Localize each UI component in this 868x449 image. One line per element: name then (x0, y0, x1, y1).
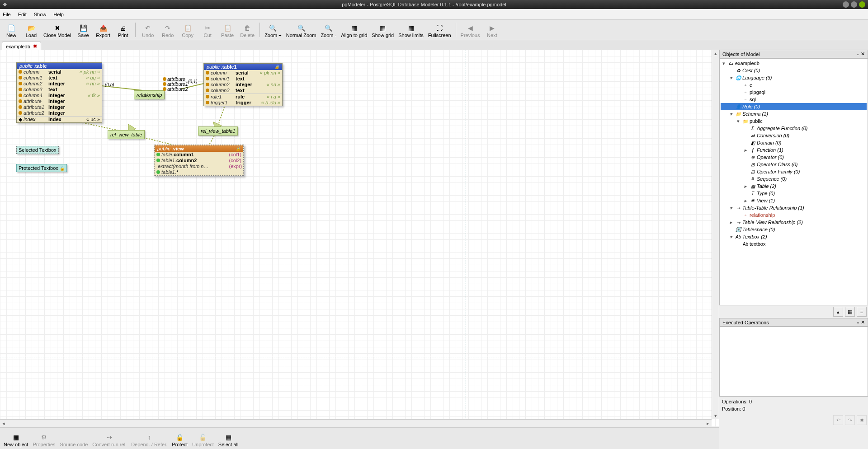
relationship-box[interactable]: relationship (134, 90, 165, 99)
close-window-icon[interactable] (859, 1, 865, 8)
cardinality-01: (0,1) (188, 79, 198, 84)
column-row: column2integer« nn » (204, 82, 282, 88)
expand-panel-icon[interactable]: ▫ (857, 320, 859, 325)
canvas[interactable]: public. table columnserial« pk nn »colum… (0, 50, 719, 426)
tree-item[interactable]: ◧Domain (0) (721, 139, 867, 146)
tree-item[interactable]: ♻Cast (0) (721, 67, 867, 74)
tree-collapse-button[interactable]: ▴ (833, 307, 843, 317)
tree-item[interactable]: ▾📁Schema (1) (721, 110, 867, 117)
select-all-button[interactable]: ▦Select all (217, 430, 241, 448)
zoom--button[interactable]: 🔍Zoom + (263, 21, 283, 39)
tree-item[interactable]: 👤Role (0) (721, 103, 867, 110)
rel-view-table1-label[interactable]: rel_view_table1 (198, 126, 238, 136)
model-tree[interactable]: ▾🗂exampledb♻Cast (0)▾🌐Language (3)▫c▫plp… (719, 58, 868, 305)
tree-item[interactable]: TType (0) (721, 190, 867, 197)
new-object-button[interactable]: ▦New object (2, 430, 30, 448)
tree-item[interactable]: ⊞Operator Class (0) (721, 161, 867, 168)
maximize-icon[interactable] (851, 1, 857, 8)
tree-item[interactable]: ▾⇢Table-Table Relationship (1) (721, 204, 867, 211)
show-grid-button[interactable]: ▦Show grid (370, 21, 396, 39)
close-panel-icon[interactable]: ✕ (861, 51, 865, 57)
tree-item[interactable]: 💽Tablespace (0) (721, 226, 867, 233)
zoom--button[interactable]: 🔍Zoom - (319, 21, 338, 39)
align-to-grid-button[interactable]: ▦Align to grid (339, 21, 369, 39)
horizontal-scrollbar[interactable]: ◂ ▸ (0, 419, 712, 426)
tree-expand-button[interactable]: ▦ (845, 307, 855, 317)
model-tab[interactable]: exampledb ✖ (2, 42, 41, 51)
tree-expand-icon[interactable]: ▾ (730, 205, 735, 211)
show-limits-button[interactable]: ▦Show limits (396, 21, 425, 39)
tree-expand-icon[interactable]: ▸ (744, 147, 750, 153)
tree-expand-icon[interactable]: ▾ (730, 75, 735, 81)
tree-item[interactable]: ▾AbTextbox (2) (721, 233, 867, 240)
column-row: column1text« uq » (17, 75, 102, 81)
ops-button-bar: ↶ ↷ ✖ (719, 414, 868, 426)
view-row: table1.* (155, 169, 243, 175)
minimize-icon[interactable] (843, 1, 849, 8)
normal-zoom-icon: 🔍 (297, 24, 305, 32)
tree-list-button[interactable]: ≡ (857, 307, 867, 317)
tree-expand-icon[interactable]: ▸ (744, 183, 750, 189)
expand-panel-icon[interactable]: ▫ (857, 51, 859, 57)
tree-item[interactable]: ▾📁public (721, 117, 867, 125)
tree-item[interactable]: #Sequence (0) (721, 175, 867, 182)
tree-item[interactable]: ΣAggregate Function (0) (721, 125, 867, 132)
column-row: rule1rule« i a » (204, 94, 282, 100)
tree-item[interactable]: ⊟Operator Family (0) (721, 168, 867, 175)
ops-redo-button: ↷ (845, 415, 855, 425)
tree-item[interactable]: ▸👁View (1) (721, 197, 867, 204)
tree-item[interactable]: ▫c (721, 81, 867, 89)
load-button[interactable]: 📂Load (22, 21, 41, 39)
column-row: column4integer« fk » (17, 93, 102, 98)
tree-item[interactable]: ⊕Operator (0) (721, 154, 867, 161)
tree-item[interactable]: ▾🗂exampledb (721, 60, 867, 67)
tree-item[interactable]: ▾🌐Language (3) (721, 74, 867, 81)
tree-item[interactable]: ▸▦Table (2) (721, 182, 867, 190)
save-icon: 💾 (79, 24, 87, 32)
menu-show[interactable]: Show (34, 12, 47, 17)
save-button[interactable]: 💾Save (74, 21, 93, 39)
selected-textbox[interactable]: Selected Textbox (16, 146, 59, 154)
tree-item[interactable]: ▫plpgsql (721, 89, 867, 96)
operations-list[interactable] (719, 327, 868, 397)
diagram-table[interactable]: public. table columnserial« pk nn »colum… (16, 62, 102, 123)
export-button[interactable]: 📤Export (94, 21, 113, 39)
tree-expand-icon[interactable]: ▾ (730, 234, 735, 240)
normal-zoom-button[interactable]: 🔍Normal Zoom (284, 21, 318, 39)
scroll-down-icon[interactable]: ▾ (712, 412, 719, 419)
diagram-table1[interactable]: public. table1 🔒 columnserial« pk nn »co… (203, 63, 283, 106)
tree-expand-icon[interactable]: ▾ (737, 118, 742, 124)
tree-node-icon: T (750, 190, 756, 196)
scroll-right-icon[interactable]: ▸ (704, 420, 712, 427)
column-row: column3text (204, 88, 282, 94)
tree-item[interactable]: Abtextbox (721, 240, 867, 248)
show-limits-icon: ▦ (407, 24, 415, 32)
tree-item[interactable]: ⇄Conversion (0) (721, 132, 867, 139)
protected-textbox[interactable]: Protected Textbox 🔒 (16, 164, 67, 172)
tree-item[interactable]: ▫relationship (721, 211, 867, 219)
tree-expand-icon[interactable]: ▾ (730, 111, 735, 117)
close-tab-icon[interactable]: ✖ (33, 43, 37, 49)
close-panel-icon[interactable]: ✕ (861, 319, 865, 325)
scroll-up-icon[interactable]: ▴ (712, 50, 719, 57)
tree-item[interactable]: ▸ƒFunction (1) (721, 146, 867, 154)
print-button[interactable]: 🖨Print (113, 21, 132, 39)
close-model-button[interactable]: ✖Close Model (42, 21, 73, 39)
tree-expand-icon[interactable]: ▸ (744, 198, 750, 204)
tree-node-icon: ▫ (742, 82, 749, 88)
menu-edit[interactable]: Edit (18, 12, 27, 17)
menu-help[interactable]: Help (53, 12, 64, 17)
tree-item[interactable]: ▸⇢Table-View Relationship (2) (721, 219, 867, 226)
fullscreen-button[interactable]: ⛶Fullscreen (426, 21, 453, 39)
tree-expand-icon[interactable]: ▾ (722, 61, 728, 66)
rel-view-table-label[interactable]: rel_view_table (108, 130, 145, 139)
protect-button[interactable]: 🔒Protect (170, 430, 189, 448)
diagram-view[interactable]: public. view 🔒 table.column1(col1)table1… (154, 145, 244, 176)
menu-file[interactable]: File (3, 12, 11, 17)
tree-expand-icon[interactable]: ▸ (730, 220, 735, 225)
new-button[interactable]: 📄New (2, 21, 21, 39)
tree-node-icon: ♻ (735, 67, 741, 74)
vertical-scrollbar[interactable]: ▴ ▾ (712, 50, 719, 419)
tree-item[interactable]: ▫sql (721, 96, 867, 103)
scroll-left-icon[interactable]: ◂ (0, 420, 7, 427)
